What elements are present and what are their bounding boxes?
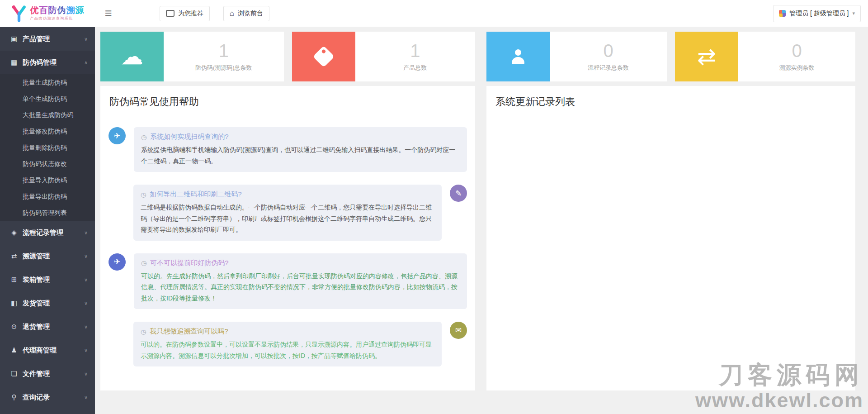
sidebar-item-system-settings[interactable]: ⚙ 系统配置 ∨ — [0, 409, 95, 414]
faq-question: 如何导出二维码和印刷二维码? — [150, 190, 241, 199]
faq-avatar-icon: ✉ — [450, 322, 467, 339]
app-logo[interactable]: 优百防伪溯源 产品防伪溯源查询系统 — [0, 0, 95, 27]
sidebar-item-label: 查询记录 — [23, 393, 50, 402]
submenu-item-batch-delete[interactable]: 批量删除防伪码 — [0, 139, 95, 156]
agents-icon: ♟ — [9, 346, 19, 354]
cloud-icon: ☁ — [100, 32, 164, 81]
chevron-down-icon: ∨ — [84, 371, 88, 377]
faq-bubble: ◷ 如何导出二维码和印刷二维码? 二维码是根据防伪码数据自动生成的。一个防伪码自… — [133, 185, 442, 241]
logo-char: 防 — [48, 5, 57, 15]
comment-icon — [166, 10, 175, 17]
main-content: ☁ 1 防伪码(溯源码)总条数 1 产品总数 — [95, 27, 868, 414]
logo-char: 百 — [39, 5, 48, 15]
stat-label: 产品总数 — [403, 64, 427, 72]
faq-avatar-icon: ✈ — [108, 127, 126, 144]
submenu-item-batch-generate[interactable]: 批量生成防伪码 — [0, 74, 95, 90]
update-log-panel: 系统更新记录列表 — [486, 86, 855, 390]
logo-char: 优 — [30, 5, 39, 15]
top-header: 优百防伪溯源 产品防伪溯源查询系统 ≡ 为您推荐 ⌂ 浏览前台 管理员 [ 超级… — [0, 0, 868, 27]
help-panel-body: ✈ ◷ 系统如何实现扫码查询的? 系统提供电脑端和手机端输入防伪码(溯源码)查询… — [100, 116, 475, 377]
sidebar-item-shipping[interactable]: ◧ 发货管理 ∨ — [0, 291, 95, 315]
admin-user-label: 管理员 [ 超级管理员 ] — [789, 10, 849, 18]
faq-item: ◷ 如何导出二维码和印刷二维码? 二维码是根据防伪码数据自动生成的。一个防伪码自… — [108, 185, 467, 241]
submenu-item-bulk-generate[interactable]: 大批量生成防伪码 — [0, 107, 95, 123]
submenu-item-batch-import[interactable]: 批量导入防伪码 — [0, 172, 95, 188]
clock-icon: ◷ — [141, 328, 146, 335]
faq-bubble: ◷ 可不可以提前印好防伪码? 可以的。先生成好防伪码，然后拿到印刷厂印刷好，后台… — [134, 253, 467, 309]
recommend-button[interactable]: 为您推荐 — [160, 6, 210, 21]
products-icon: ▣ — [9, 35, 19, 43]
view-frontend-button[interactable]: ⌂ 浏览前台 — [223, 6, 269, 21]
update-log-panel-title: 系统更新记录列表 — [486, 86, 855, 116]
sidebar-item-label: 文件管理 — [23, 370, 50, 378]
chevron-down-icon: ∨ — [84, 324, 88, 330]
header-buttons: 为您推荐 ⌂ 浏览前台 — [160, 6, 269, 21]
faq-answer: 系统提供电脑端和手机端输入防伪码(溯源码)查询，也可以通过二维码免输入扫码直接出… — [141, 144, 460, 167]
panels-row: 防伪码常见使用帮助 ✈ ◷ 系统如何实现扫码查询的? 系统提供电脑端和手机端输入… — [100, 86, 855, 390]
stat-card-process-records-total[interactable]: 0 流程记录总条数 — [486, 32, 667, 81]
clock-icon: ◷ — [141, 259, 146, 266]
stat-value: 0 — [603, 42, 613, 60]
sidebar-item-query-records[interactable]: ⚲ 查询记录 ∨ — [0, 385, 95, 409]
sidebar-item-label: 装箱管理 — [23, 276, 50, 284]
logo-char: 源 — [75, 5, 85, 15]
logo-y-icon — [11, 5, 27, 22]
view-frontend-button-label: 浏览前台 — [238, 10, 263, 18]
faq-avatar-icon: ✎ — [450, 185, 467, 202]
trace-icon: ⇄ — [9, 252, 19, 260]
sidebar-item-trace[interactable]: ⇄ 溯源管理 ∨ — [0, 244, 95, 268]
stat-value: 1 — [219, 42, 229, 60]
sidebar-item-files[interactable]: ❏ 文件管理 ∨ — [0, 362, 95, 385]
files-icon: ❏ — [9, 370, 19, 378]
faq-question: 我只想做追溯查询可以吗? — [150, 327, 228, 336]
faq-answer: 二维码是根据防伪码数据自动生成的。一个防伪码自动对应一个二维码，您只需要在导出时… — [141, 202, 434, 235]
logo-char: 溯 — [66, 5, 75, 15]
faq-item: ✈ ◷ 可不可以提前印好防伪码? 可以的。先生成好防伪码，然后拿到印刷厂印刷好，… — [108, 253, 467, 309]
stat-label: 流程记录总条数 — [588, 64, 629, 72]
stats-row: ☁ 1 防伪码(溯源码)总条数 1 产品总数 — [100, 32, 855, 81]
app-title: 优百防伪溯源 — [30, 6, 85, 15]
user-icon — [486, 32, 550, 81]
submenu-item-single-generate[interactable]: 单个生成防伪码 — [0, 90, 95, 107]
chevron-down-icon: ∨ — [84, 300, 88, 306]
sidebar-item-security-codes[interactable]: ▦ 防伪码管理 ∧ — [0, 51, 95, 74]
update-log-panel-body — [486, 116, 855, 138]
help-panel: 防伪码常见使用帮助 ✈ ◷ 系统如何实现扫码查询的? 系统提供电脑端和手机端输入… — [100, 86, 475, 390]
caret-down-icon: ▾ — [852, 10, 855, 16]
sidebar-item-label: 退货管理 — [23, 323, 50, 331]
faq-bubble: ◷ 我只想做追溯查询可以吗? 可以的。在防伪码参数设置中，可以设置不显示防伪结果… — [133, 322, 442, 366]
sidebar-item-returns[interactable]: ⊖ 退货管理 ∨ — [0, 315, 95, 338]
chevron-down-icon: ∨ — [84, 277, 88, 283]
stat-card-products-total[interactable]: 1 产品总数 — [292, 32, 476, 81]
shipping-icon: ◧ — [9, 299, 19, 307]
stat-card-trace-instances-total[interactable]: ⇄ 0 溯源实例条数 — [675, 32, 855, 81]
stat-label: 溯源实例条数 — [779, 64, 815, 72]
sidebar-item-label: 代理商管理 — [23, 346, 57, 355]
clock-icon: ◷ — [141, 191, 146, 198]
sidebar-item-process-records[interactable]: ◈ 流程记录管理 ∨ — [0, 221, 95, 244]
faq-answer: 可以的。在防伪码参数设置中，可以设置不显示防伪结果，只显示溯源内容。用户通过查询… — [141, 339, 434, 361]
sidebar-item-products[interactable]: ▣ 产品管理 ∨ — [0, 27, 95, 51]
sidebar-item-label: 防伪码管理 — [23, 58, 57, 67]
process-records-icon: ◈ — [9, 228, 19, 237]
submenu-item-batch-modify[interactable]: 批量修改防伪码 — [0, 123, 95, 139]
stat-value: 1 — [410, 42, 420, 60]
submenu-item-status-modify[interactable]: 防伪码状态修改 — [0, 156, 95, 172]
tags-icon — [292, 32, 355, 81]
admin-user-menu[interactable]: 管理员 [ 超级管理员 ] ▾ — [773, 5, 861, 22]
sidebar-item-label: 溯源管理 — [23, 252, 50, 261]
sidebar-item-label: 流程记录管理 — [23, 228, 63, 237]
faq-answer: 可以的。先生成好防伪码，然后拿到印刷厂印刷好，后台可批量实现防伪码对应的内容修改… — [141, 271, 460, 304]
faq-question: 可不可以提前印好防伪码? — [150, 259, 228, 267]
submenu-item-batch-export[interactable]: 批量导出防伪码 — [0, 188, 95, 205]
submenu-item-code-list[interactable]: 防伪码管理列表 — [0, 205, 95, 221]
sidebar-item-agents[interactable]: ♟ 代理商管理 ∨ — [0, 338, 95, 362]
faq-item: ◷ 我只想做追溯查询可以吗? 可以的。在防伪码参数设置中，可以设置不显示防伪结果… — [108, 322, 467, 366]
faq-item: ✈ ◷ 系统如何实现扫码查询的? 系统提供电脑端和手机端输入防伪码(溯源码)查询… — [108, 127, 467, 172]
stat-card-codes-total[interactable]: ☁ 1 防伪码(溯源码)总条数 — [100, 32, 284, 81]
menu-toggle-icon[interactable]: ≡ — [105, 7, 112, 19]
sidebar-item-boxing[interactable]: ⊞ 装箱管理 ∨ — [0, 268, 95, 291]
boxing-icon: ⊞ — [9, 276, 19, 284]
recommend-button-label: 为您推荐 — [178, 10, 203, 18]
home-icon: ⌂ — [230, 10, 234, 17]
